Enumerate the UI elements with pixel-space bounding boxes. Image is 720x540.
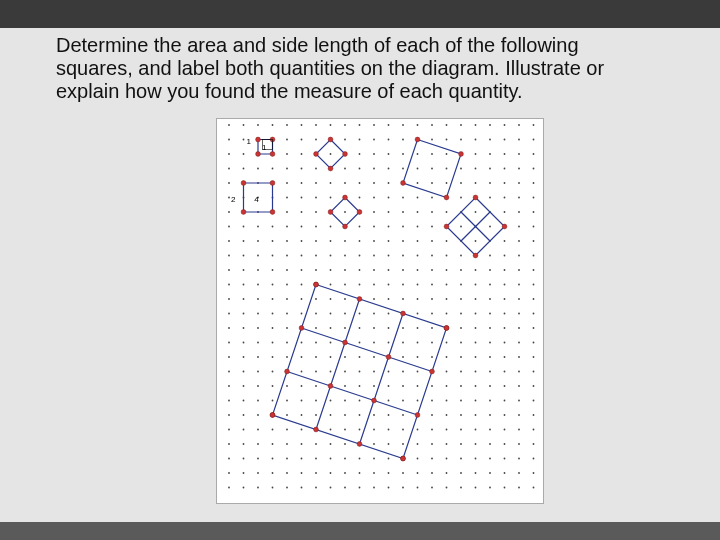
svg-point-154: [228, 226, 230, 228]
svg-point-12: [402, 124, 404, 126]
svg-point-44: [228, 153, 230, 155]
svg-point-385: [388, 371, 390, 373]
svg-point-334: [286, 342, 288, 344]
svg-point-226: [315, 269, 317, 271]
svg-point-427: [359, 400, 361, 402]
svg-point-187: [388, 240, 390, 242]
svg-point-204: [315, 255, 317, 257]
svg-point-230: [373, 269, 375, 271]
svg-point-166: [402, 226, 404, 228]
svg-point-357: [301, 356, 303, 358]
svg-point-246: [286, 284, 288, 286]
svg-point-540: [402, 472, 404, 474]
svg-point-608: [444, 224, 449, 229]
svg-point-398: [257, 385, 259, 387]
svg-point-31: [359, 139, 361, 141]
svg-point-79: [417, 168, 419, 170]
svg-point-407: [388, 385, 390, 387]
svg-point-607: [473, 253, 478, 258]
svg-point-104: [460, 182, 462, 184]
svg-point-336: [315, 342, 317, 344]
svg-point-252: [373, 284, 375, 286]
svg-point-147: [446, 211, 448, 213]
svg-point-32: [373, 139, 375, 141]
svg-point-380: [315, 371, 317, 373]
svg-point-126: [460, 197, 462, 199]
svg-point-142: [373, 211, 375, 213]
svg-text:2: 2: [231, 195, 236, 204]
svg-text:1: 1: [247, 137, 252, 146]
svg-point-101: [417, 182, 419, 184]
svg-point-131: [533, 197, 535, 199]
svg-point-310: [257, 327, 259, 329]
svg-point-337: [330, 342, 332, 344]
grid-diagram: 1124: [216, 118, 544, 504]
svg-point-78: [402, 168, 404, 170]
svg-point-458: [489, 414, 491, 416]
svg-point-500: [460, 443, 462, 445]
svg-point-197: [533, 240, 535, 242]
svg-point-261: [504, 284, 506, 286]
svg-point-472: [373, 429, 375, 431]
svg-point-265: [243, 298, 245, 300]
svg-point-281: [475, 298, 477, 300]
svg-point-496: [402, 443, 404, 445]
svg-point-536: [344, 472, 346, 474]
svg-point-293: [330, 313, 332, 315]
svg-point-542: [431, 472, 433, 474]
svg-point-623: [372, 398, 377, 403]
svg-point-321: [417, 327, 419, 329]
svg-point-409: [417, 385, 419, 387]
svg-point-343: [417, 342, 419, 344]
svg-point-180: [286, 240, 288, 242]
svg-point-294: [344, 313, 346, 315]
svg-point-521: [446, 458, 448, 460]
svg-point-140: [344, 211, 346, 213]
svg-point-474: [402, 429, 404, 431]
svg-point-351: [533, 342, 535, 344]
svg-point-85: [504, 168, 506, 170]
svg-point-37: [446, 139, 448, 141]
svg-point-279: [446, 298, 448, 300]
svg-point-479: [475, 429, 477, 431]
svg-point-450: [373, 414, 375, 416]
svg-point-229: [359, 269, 361, 271]
svg-point-2: [257, 124, 259, 126]
svg-point-595: [328, 166, 333, 171]
svg-point-316: [344, 327, 346, 329]
svg-point-263: [533, 284, 535, 286]
svg-point-503: [504, 443, 506, 445]
svg-point-132: [228, 211, 230, 213]
svg-point-114: [286, 197, 288, 199]
svg-point-475: [417, 429, 419, 431]
svg-point-533: [301, 472, 303, 474]
svg-point-238: [489, 269, 491, 271]
svg-point-57: [417, 153, 419, 155]
svg-point-138: [315, 211, 317, 213]
svg-point-483: [533, 429, 535, 431]
svg-point-245: [272, 284, 274, 286]
svg-point-442: [257, 414, 259, 416]
svg-point-393: [504, 371, 506, 373]
svg-point-590: [270, 181, 275, 186]
svg-point-176: [228, 240, 230, 242]
svg-point-109: [533, 182, 535, 184]
svg-point-596: [314, 152, 319, 157]
svg-point-511: [301, 458, 303, 460]
svg-point-286: [228, 313, 230, 315]
svg-point-465: [272, 429, 274, 431]
svg-point-236: [460, 269, 462, 271]
svg-point-459: [504, 414, 506, 416]
svg-point-463: [243, 429, 245, 431]
svg-point-66: [228, 168, 230, 170]
svg-point-438: [518, 400, 520, 402]
svg-point-124: [431, 197, 433, 199]
svg-point-522: [460, 458, 462, 460]
svg-point-347: [475, 342, 477, 344]
svg-point-548: [518, 472, 520, 474]
svg-point-447: [330, 414, 332, 416]
svg-point-469: [330, 429, 332, 431]
svg-point-560: [373, 487, 375, 489]
svg-point-209: [388, 255, 390, 257]
svg-point-519: [417, 458, 419, 460]
